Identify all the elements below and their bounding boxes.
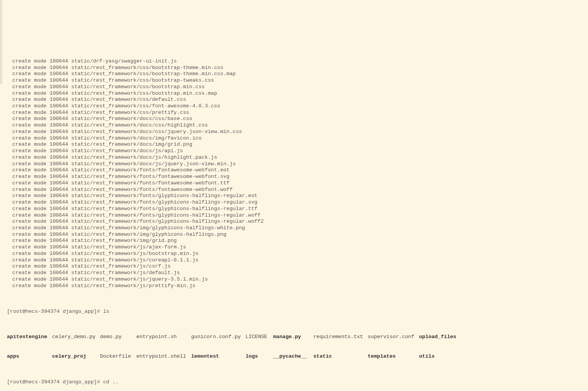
git-create-mode-line: create mode 100644 static/rest_framework… [0, 206, 588, 212]
ls-output-row: apitestenginecelery_demo.pydemo.pyentryp… [0, 334, 588, 340]
ls-item: celery_proj [52, 353, 100, 360]
ls-item: entrypoint.sh [136, 334, 191, 340]
git-create-mode-line: create mode 100644 static/rest_framework… [0, 232, 588, 238]
shell-prompt: [root@hecs-394374 django_app]# [7, 309, 103, 314]
git-create-mode-line: create mode 100644 static/rest_framework… [0, 238, 588, 244]
ls-item: logs [246, 353, 273, 360]
ls-item: apitestengine [7, 334, 52, 340]
ls-item: celery_demo.py [52, 334, 100, 340]
ls-item: supervisor.conf [368, 334, 419, 340]
git-create-mode-line: create mode 100644 static/rest_framework… [0, 116, 588, 122]
git-create-mode-line: create mode 100644 static/rest_framework… [0, 129, 588, 135]
ls-item: entrypoint.shell [136, 353, 191, 360]
git-create-mode-line: create mode 100644 static/rest_framework… [0, 180, 588, 187]
ls-item: demo.py [100, 334, 136, 340]
ls-item: static [313, 353, 368, 360]
ls-item: apps [7, 353, 52, 360]
git-create-mode-line: create mode 100644 static/rest_framework… [0, 251, 588, 257]
git-create-mode-line: create mode 100644 static/rest_framework… [0, 167, 588, 174]
git-create-mode-line: create mode 100644 static/rest_framework… [0, 257, 588, 264]
git-create-mode-line: create mode 100644 static/rest_framework… [0, 276, 588, 283]
git-create-mode-line: create mode 100644 static/rest_framework… [0, 97, 588, 103]
ls-item: gunicorn.conf.py [191, 334, 246, 340]
command-text: cd .. [103, 379, 119, 385]
git-create-mode-line: create mode 100644 static/rest_framework… [0, 187, 588, 193]
shell-prompt: [root@hecs-394374 django_app]# [7, 379, 103, 385]
git-create-mode-line: create mode 100644 static/rest_framework… [0, 244, 588, 251]
git-create-mode-line: create mode 100644 static/drf-yasg/swagg… [0, 58, 588, 65]
git-create-mode-line: create mode 100644 static/rest_framework… [0, 122, 588, 129]
ls-item: utils [419, 353, 465, 360]
git-create-mode-line: create mode 100644 static/rest_framework… [0, 135, 588, 142]
ls-item: lemontest [191, 353, 246, 360]
git-create-mode-line: create mode 100644 static/rest_framework… [0, 148, 588, 154]
git-create-mode-line: create mode 100644 static/rest_framework… [0, 71, 588, 77]
git-create-mode-line: create mode 100644 static/rest_framework… [0, 212, 588, 219]
prompt-line: [root@hecs-394374 django_app]# cd .. [0, 379, 588, 386]
scrollbar-indicator[interactable] [0, 0, 2, 84]
git-create-mode-line: create mode 100644 static/rest_framework… [0, 174, 588, 180]
git-create-mode-line: create mode 100644 static/rest_framework… [0, 283, 588, 289]
git-create-mode-line: create mode 100644 static/rest_framework… [0, 154, 588, 161]
git-create-mode-line: create mode 100644 static/rest_framework… [0, 65, 588, 71]
ls-item: requirements.txt [313, 334, 368, 340]
ls-item: Dockerfile [100, 353, 136, 360]
git-create-mode-line: create mode 100644 static/rest_framework… [0, 90, 588, 97]
git-create-mode-line: create mode 100644 static/rest_framework… [0, 219, 588, 225]
git-create-mode-line: create mode 100644 static/rest_framework… [0, 110, 588, 116]
command-text: ls [103, 309, 109, 314]
git-create-mode-line: create mode 100644 static/rest_framework… [0, 270, 588, 276]
ls-item: templates [368, 353, 419, 360]
ls-item: __pycache__ [273, 353, 313, 360]
ls-output-row: appscelery_projDockerfileentrypoint.shel… [0, 353, 588, 360]
git-create-mode-line: create mode 100644 static/rest_framework… [0, 77, 588, 84]
prompt-line: [root@hecs-394374 django_app]# ls [0, 309, 588, 315]
git-create-mode-line: create mode 100644 static/rest_framework… [0, 199, 588, 206]
git-create-mode-line: create mode 100644 static/rest_framework… [0, 141, 588, 148]
git-create-mode-line: create mode 100644 static/rest_framework… [0, 103, 588, 110]
ls-item: LICENSE [246, 334, 273, 340]
ls-item: manage.py [273, 334, 313, 340]
terminal-output[interactable]: create mode 100644 static/drf-yasg/swagg… [0, 39, 588, 391]
git-create-mode-line: create mode 100644 static/rest_framework… [0, 263, 588, 270]
ls-item: upload_files [419, 334, 465, 340]
git-create-mode-line: create mode 100644 static/rest_framework… [0, 225, 588, 232]
git-create-mode-line: create mode 100644 static/rest_framework… [0, 161, 588, 168]
git-create-mode-line: create mode 100644 static/rest_framework… [0, 84, 588, 90]
git-create-mode-line: create mode 100644 static/rest_framework… [0, 193, 588, 199]
